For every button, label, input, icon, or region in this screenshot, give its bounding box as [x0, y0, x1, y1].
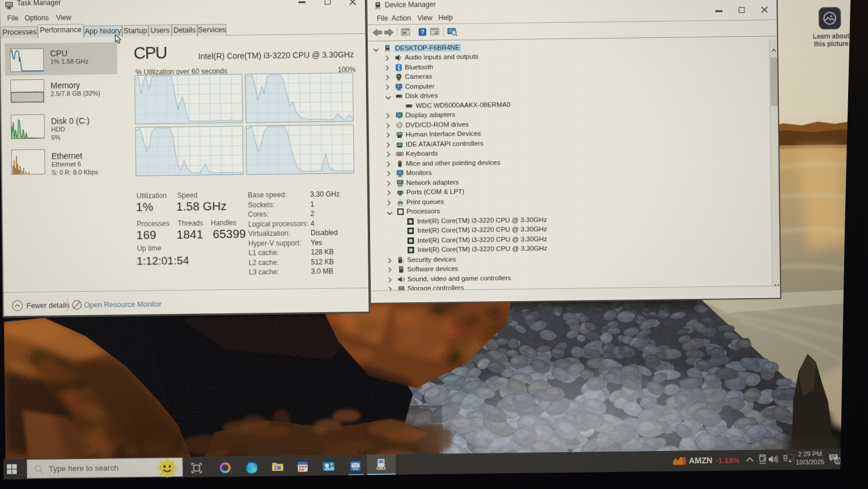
svg-text:5: 5 — [837, 458, 839, 464]
